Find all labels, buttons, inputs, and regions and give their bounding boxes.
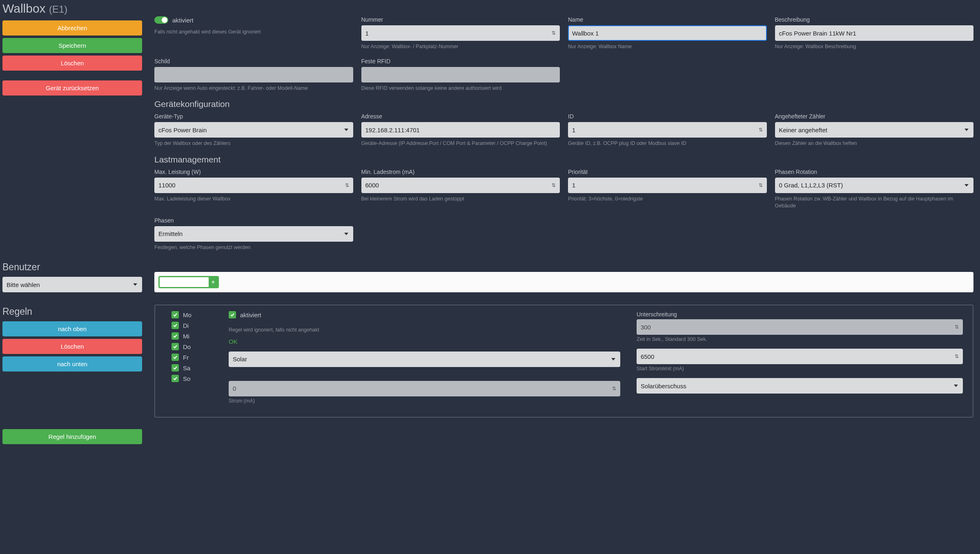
meter-label: Angehefteter Zähler xyxy=(775,113,974,120)
device-config-title: Gerätekonfiguration xyxy=(154,99,973,109)
rule-mode-select[interactable] xyxy=(637,378,963,394)
day-label: Sa xyxy=(183,365,190,372)
activated-toggle[interactable] xyxy=(154,16,168,24)
day-checkbox-mo[interactable] xyxy=(172,311,179,318)
number-input[interactable] xyxy=(361,25,560,41)
desc-hint: Nur Anzeige: Wallbox Beschreibung xyxy=(775,43,974,51)
activated-hint: Falls nicht angehakt wird dieses Gerät i… xyxy=(154,29,353,36)
day-checkbox-so[interactable] xyxy=(172,375,179,382)
rot-hint: Phasen Rotation zw. WB-Zähler und Wallbo… xyxy=(775,196,974,210)
rot-select[interactable] xyxy=(775,178,974,193)
address-input[interactable] xyxy=(361,122,560,138)
device-type-select[interactable] xyxy=(154,122,353,138)
save-button[interactable]: Speichern xyxy=(2,38,142,53)
day-checkbox-di[interactable] xyxy=(172,322,179,329)
users-title: Benutzer xyxy=(2,262,142,273)
rule-start-input[interactable] xyxy=(637,349,963,364)
minc-input[interactable] xyxy=(361,178,560,193)
prio-input[interactable] xyxy=(568,178,767,193)
rule-current-label: Strom (mA) xyxy=(229,398,620,404)
number-label: Nummer xyxy=(361,16,560,23)
day-label: Do xyxy=(183,343,191,350)
address-label: Adresse xyxy=(361,113,560,120)
device-type-label: Geräte-Typ xyxy=(154,113,353,120)
address-hint: Geräte-Adresse (IP Addresse:Port / COM P… xyxy=(361,140,560,147)
maxw-input[interactable] xyxy=(154,178,353,193)
rfid-hint: Diese RFID verwenden solange keine ander… xyxy=(361,85,560,92)
meter-hint: Diesen Zähler an die Wallbox heften xyxy=(775,140,974,147)
prio-label: Priorität xyxy=(568,169,767,175)
day-label: Fr xyxy=(183,354,189,361)
rule-type-select[interactable] xyxy=(229,352,620,367)
minc-label: Min. Ladestrom (mA) xyxy=(361,169,560,175)
phasen-hint: Festlegen, welche Phasen genutzt werden xyxy=(154,244,353,251)
prio-hint: Priorität: 3=höchste, 0=niedrigste xyxy=(568,196,767,203)
name-label: Name xyxy=(568,16,767,23)
add-rule-button[interactable]: Regel hinzufügen xyxy=(2,429,142,444)
activated-label: aktiviert xyxy=(172,17,194,24)
maxw-hint: Max. Ladeleistung dieser Wallbox xyxy=(154,196,353,203)
page-title: Wallbox (E1) xyxy=(2,2,142,16)
phasen-select[interactable] xyxy=(154,226,353,242)
rule-down-button[interactable]: nach unten xyxy=(2,356,142,372)
cancel-button[interactable]: Abbrechen xyxy=(2,20,142,36)
rule-delete-button[interactable]: Löschen xyxy=(2,339,142,354)
schild-input[interactable] xyxy=(154,67,353,82)
rule-under-input[interactable] xyxy=(637,319,963,335)
name-input[interactable] xyxy=(568,25,767,41)
day-checkbox-mi[interactable] xyxy=(172,332,179,340)
delete-button[interactable]: Löschen xyxy=(2,56,142,71)
minc-hint: Bei kleinerem Strom wird das Laden gesto… xyxy=(361,196,560,203)
day-label: So xyxy=(183,375,190,382)
rfid-label: Feste RFID xyxy=(361,58,560,65)
rule-under-label: Unterschreitung xyxy=(637,311,963,318)
desc-input[interactable] xyxy=(775,25,974,41)
number-hint: Nur Anzeige: Wallbox- / Parkplatz-Nummer xyxy=(361,43,560,51)
user-select[interactable] xyxy=(2,277,142,292)
user-add-plus-icon[interactable]: + xyxy=(209,277,218,287)
day-checkbox-fr[interactable] xyxy=(172,354,179,361)
id-hint: Geräte ID, z.B. OCPP plug ID oder Modbus… xyxy=(568,140,767,147)
day-checkbox-do[interactable] xyxy=(172,343,179,350)
rule-start-hint: Start Stromlimit (mA) xyxy=(637,366,963,372)
name-hint: Nur Anzeige: Wallbox Name xyxy=(568,43,767,51)
schild-hint: Nur Anzeige wenn Auto eingesteckt: z.B. … xyxy=(154,85,353,92)
rule-activated-hint: Regel wird ignoriert, falls nicht angeha… xyxy=(229,327,620,334)
rule-ok-text: OK xyxy=(229,338,620,345)
rule-up-button[interactable]: nach oben xyxy=(2,321,142,336)
rot-label: Phasen Rotation xyxy=(775,169,974,175)
schild-label: Schild xyxy=(154,58,353,65)
day-label: Di xyxy=(183,322,189,329)
meter-select[interactable] xyxy=(775,122,974,138)
user-add-panel: + xyxy=(154,272,973,292)
phasen-label: Phasen xyxy=(154,217,353,224)
device-type-hint: Typ der Wallbox oder des Zählers xyxy=(154,140,353,147)
rfid-input[interactable] xyxy=(361,67,560,82)
maxw-label: Max. Leistung (W) xyxy=(154,169,353,175)
id-label: ID xyxy=(568,113,767,120)
reset-device-button[interactable]: Gerät zurücksetzen xyxy=(2,80,142,96)
rule-current-input[interactable] xyxy=(229,381,620,396)
rule-activated-label: aktiviert xyxy=(240,311,261,318)
id-input[interactable] xyxy=(568,122,767,138)
day-label: Mi xyxy=(183,333,189,340)
desc-label: Beschreibung xyxy=(775,16,974,23)
rules-panel: Mo Di Mi Do Fr Sa So xyxy=(154,305,973,418)
load-mgmt-title: Lastmanagement xyxy=(154,155,973,165)
rule-activated-checkbox[interactable] xyxy=(229,311,236,318)
user-add-tag: + xyxy=(158,276,219,288)
day-label: Mo xyxy=(183,311,192,318)
rule-under-hint: Zeit in Sek., Standard 300 Sek. xyxy=(637,336,963,342)
day-checkbox-sa[interactable] xyxy=(172,364,179,372)
user-add-input[interactable] xyxy=(160,277,209,287)
rules-title: Regeln xyxy=(2,306,142,317)
